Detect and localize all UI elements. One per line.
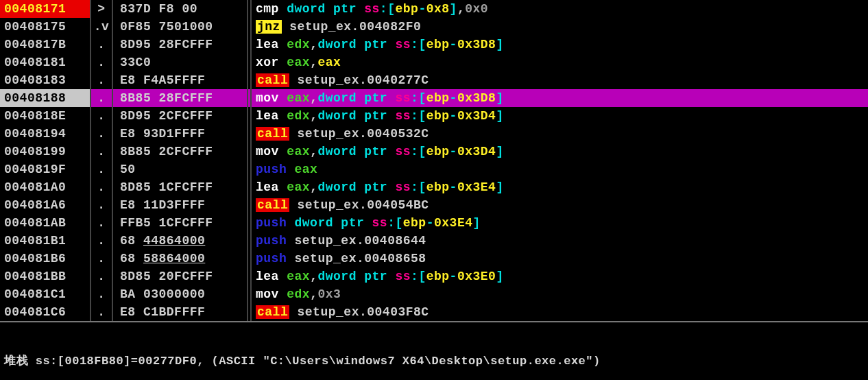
address-cell[interactable]: 0040818E (0, 107, 91, 125)
marker-cell: . (91, 178, 113, 196)
address-cell[interactable]: 00408188 (0, 89, 91, 107)
marker-cell: . (91, 268, 113, 285)
status-pane: 堆栈 ss:[0018FB80]=00277DF0, (ASCII "C:\Us… (0, 321, 868, 380)
marker-cell: . (91, 196, 113, 214)
disasm-row[interactable]: 00408171>837D F8 00cmp dword ptr ss:[ebp… (0, 0, 868, 18)
disasm-row[interactable]: 00408183.E8 F4A5FFFFcall setup_ex.004027… (0, 71, 868, 89)
address-cell[interactable]: 00408175 (0, 18, 91, 36)
asm-cell[interactable]: lea edx,dword ptr ss:[ebp-0x3D8] (252, 36, 868, 54)
address-cell[interactable]: 004081AB (0, 214, 91, 232)
marker-cell: . (91, 250, 113, 268)
address-cell[interactable]: 004081C1 (0, 285, 91, 303)
disasm-row[interactable]: 00408199.8B85 2CFCFFFmov eax,dword ptr s… (0, 143, 868, 161)
asm-cell[interactable]: push dword ptr ss:[ebp-0x3E4] (252, 214, 868, 232)
asm-cell[interactable]: lea edx,dword ptr ss:[ebp-0x3D4] (252, 107, 868, 125)
asm-cell[interactable]: cmp dword ptr ss:[ebp-0x8],0x0 (252, 0, 868, 18)
disasm-row[interactable]: 0040819F.50push eax (0, 161, 868, 178)
disasm-row[interactable]: 00408194.E8 93D1FFFFcall setup_ex.004053… (0, 125, 868, 143)
address-cell[interactable]: 004081BB (0, 268, 91, 285)
bytes-cell[interactable]: 68 58864000 (113, 250, 248, 268)
disasm-row[interactable]: 004081A6.E8 11D3FFFFcall setup_ex.004054… (0, 196, 868, 214)
marker-cell: > (91, 0, 113, 18)
bytes-cell[interactable]: 837D F8 00 (113, 0, 248, 18)
bytes-cell[interactable]: 8D85 1CFCFFF (113, 178, 248, 196)
disasm-row[interactable]: 00408175.v0F85 7501000jnz setup_ex.00408… (0, 18, 868, 36)
bytes-cell[interactable]: 50 (113, 161, 248, 178)
marker-cell: . (91, 125, 113, 143)
address-cell[interactable]: 00408171 (0, 0, 91, 18)
bytes-cell[interactable]: 8B85 2CFCFFF (113, 143, 248, 161)
asm-cell[interactable]: xor eax,eax (252, 54, 868, 71)
asm-cell[interactable]: mov eax,dword ptr ss:[ebp-0x3D4] (252, 143, 868, 161)
marker-cell: . (91, 89, 113, 107)
asm-cell[interactable]: lea eax,dword ptr ss:[ebp-0x3E0] (252, 268, 868, 285)
marker-cell: . (91, 143, 113, 161)
marker-cell: . (91, 36, 113, 54)
address-cell[interactable]: 004081B1 (0, 232, 91, 250)
bytes-cell[interactable]: E8 93D1FFFF (113, 125, 248, 143)
disasm-row[interactable]: 004081BB.8D85 20FCFFFlea eax,dword ptr s… (0, 268, 868, 285)
disasm-row[interactable]: 00408188.8B85 28FCFFFmov eax,dword ptr s… (0, 89, 868, 107)
disasm-row[interactable]: 004081B6.68 58864000push setup_ex.004086… (0, 250, 868, 268)
asm-cell[interactable]: push setup_ex.00408644 (252, 232, 868, 250)
bytes-cell[interactable]: BA 03000000 (113, 285, 248, 303)
bytes-cell[interactable]: 68 44864000 (113, 232, 248, 250)
bytes-cell[interactable]: E8 11D3FFFF (113, 196, 248, 214)
asm-cell[interactable]: call setup_ex.0040277C (252, 71, 868, 89)
bytes-cell[interactable]: 8B85 28FCFFF (113, 89, 248, 107)
marker-cell: . (91, 54, 113, 71)
disasm-row[interactable]: 004081B1.68 44864000push setup_ex.004086… (0, 232, 868, 250)
bytes-cell[interactable]: 8D95 28FCFFF (113, 36, 248, 54)
disasm-row[interactable]: 0040817B.8D95 28FCFFFlea edx,dword ptr s… (0, 36, 868, 54)
address-cell[interactable]: 0040819F (0, 161, 91, 178)
address-cell[interactable]: 0040817B (0, 36, 91, 54)
bytes-cell[interactable]: FFB5 1CFCFFF (113, 214, 248, 232)
address-cell[interactable]: 004081C6 (0, 303, 91, 321)
asm-cell[interactable]: push eax (252, 161, 868, 178)
asm-cell[interactable]: call setup_ex.0040532C (252, 125, 868, 143)
disasm-row[interactable]: 004081A0.8D85 1CFCFFFlea eax,dword ptr s… (0, 178, 868, 196)
marker-cell: . (91, 232, 113, 250)
address-cell[interactable]: 00408194 (0, 125, 91, 143)
bytes-cell[interactable]: 8D85 20FCFFF (113, 268, 248, 285)
asm-cell[interactable]: jnz setup_ex.004082F0 (252, 18, 868, 36)
bytes-cell[interactable]: 33C0 (113, 54, 248, 71)
asm-cell[interactable]: mov eax,dword ptr ss:[ebp-0x3D8] (252, 89, 868, 107)
marker-cell: . (91, 285, 113, 303)
status-line-1: 堆栈 ss:[0018FB80]=00277DF0, (ASCII "C:\Us… (4, 354, 864, 369)
marker-cell: . (91, 214, 113, 232)
bytes-cell[interactable]: E8 F4A5FFFF (113, 71, 248, 89)
address-cell[interactable]: 004081A6 (0, 196, 91, 214)
address-cell[interactable]: 004081B6 (0, 250, 91, 268)
address-cell[interactable]: 00408181 (0, 54, 91, 71)
asm-cell[interactable]: call setup_ex.004054BC (252, 196, 868, 214)
bytes-cell[interactable]: E8 C1BDFFFF (113, 303, 248, 321)
marker-cell: .v (91, 18, 113, 36)
marker-cell: . (91, 303, 113, 321)
asm-cell[interactable]: push setup_ex.00408658 (252, 250, 868, 268)
asm-cell[interactable]: mov edx,0x3 (252, 285, 868, 303)
marker-cell: . (91, 107, 113, 125)
disasm-row[interactable]: 004081C6.E8 C1BDFFFFcall setup_ex.00403F… (0, 303, 868, 321)
address-cell[interactable]: 00408183 (0, 71, 91, 89)
asm-cell[interactable]: call setup_ex.00403F8C (252, 303, 868, 321)
disasm-row[interactable]: 00408181.33C0xor eax,eax (0, 54, 868, 71)
address-cell[interactable]: 004081A0 (0, 178, 91, 196)
disasm-row[interactable]: 004081C1.BA 03000000mov edx,0x3 (0, 285, 868, 303)
marker-cell: . (91, 71, 113, 89)
asm-cell[interactable]: lea eax,dword ptr ss:[ebp-0x3E4] (252, 178, 868, 196)
address-cell[interactable]: 00408199 (0, 143, 91, 161)
bytes-cell[interactable]: 8D95 2CFCFFF (113, 107, 248, 125)
bytes-cell[interactable]: 0F85 7501000 (113, 18, 248, 36)
disasm-row[interactable]: 0040818E.8D95 2CFCFFFlea edx,dword ptr s… (0, 107, 868, 125)
disasm-row[interactable]: 004081AB.FFB5 1CFCFFFpush dword ptr ss:[… (0, 214, 868, 232)
marker-cell: . (91, 161, 113, 178)
disassembly-pane[interactable]: 00408171>837D F8 00cmp dword ptr ss:[ebp… (0, 0, 868, 321)
